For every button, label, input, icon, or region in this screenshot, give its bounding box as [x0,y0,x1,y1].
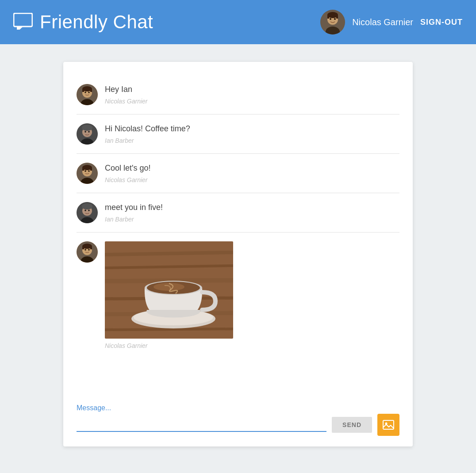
message-item: meet you in five! Ian Barber [77,193,399,233]
svg-point-36 [84,210,86,211]
svg-point-9 [334,18,336,20]
svg-rect-15 [90,89,92,92]
message-body: Hi Nicolas! Coffee time? Ian Barber [105,123,399,144]
main-wrapper: Hey Ian Nicolas Garnier [0,44,476,464]
svg-rect-42 [82,246,84,249]
svg-point-22 [84,131,86,133]
svg-point-16 [84,92,86,93]
svg-point-30 [84,170,86,172]
svg-point-57 [154,283,184,291]
app-header: Friendly Chat Nicolas Garnier SIGN-O [0,0,476,44]
avatar [77,202,98,223]
chat-container: Hey Ian Nicolas Garnier [63,62,413,446]
avatar [77,241,98,263]
svg-point-23 [88,131,90,133]
image-icon [382,419,395,431]
coffee-image [105,241,233,339]
svg-point-44 [84,249,86,251]
messages-list: Hey Ian Nicolas Garnier [63,62,413,400]
svg-rect-43 [90,246,92,249]
message-text: Hey Ian [105,84,399,95]
svg-point-45 [88,249,90,251]
message-item: Hey Ian Nicolas Garnier [77,75,399,114]
message-input-label: Message... [77,404,399,412]
svg-line-47 [105,252,233,255]
input-row: SEND [77,414,399,436]
sign-out-button[interactable]: SIGN-OUT [420,18,463,27]
svg-point-35 [82,203,92,210]
message-body: meet you in five! Ian Barber [105,202,399,223]
svg-point-31 [88,170,90,172]
svg-marker-1 [17,27,23,30]
svg-rect-14 [82,89,84,92]
svg-line-52 [105,329,233,330]
message-item: Cool let's go! Nicolas Garnier [77,154,399,193]
svg-rect-6 [327,15,329,19]
svg-rect-7 [336,15,338,19]
svg-rect-28 [82,168,84,171]
svg-point-17 [88,92,90,93]
message-author: Ian Barber [105,137,399,144]
message-author: Nicolas Garnier [105,98,399,105]
app-title: Friendly Chat [40,11,153,33]
svg-rect-0 [14,13,32,27]
message-text: Cool let's go! [105,163,399,174]
header-right: Nicolas Garnier SIGN-OUT [320,10,463,34]
avatar [77,163,98,184]
message-author: Ian Barber [105,216,399,223]
message-body: Cool let's go! Nicolas Garnier [105,163,399,183]
svg-point-37 [88,210,90,211]
send-button[interactable]: SEND [332,417,372,433]
message-text: Hi Nicolas! Coffee time? [105,123,399,134]
avatar [77,84,98,105]
header-left: Friendly Chat [13,11,153,33]
chat-icon [13,13,33,31]
image-upload-button[interactable] [377,414,399,436]
avatar [77,123,98,145]
header-user-name: Nicolas Garnier [352,17,413,27]
message-input[interactable] [77,418,326,432]
message-author: Nicolas Garnier [105,342,399,349]
input-area: Message... SEND [63,400,413,446]
message-body: Hey Ian Nicolas Garnier [105,84,399,105]
message-item: Nicolas Garnier [77,233,399,358]
message-text: meet you in five! [105,202,399,213]
svg-rect-58 [383,420,394,429]
message-item: Hi Nicolas! Coffee time? Ian Barber [77,114,399,154]
message-author: Nicolas Garnier [105,176,399,183]
svg-rect-29 [90,168,92,171]
svg-point-21 [82,125,92,131]
message-body: Nicolas Garnier [105,241,399,349]
svg-point-8 [330,18,331,20]
header-avatar [320,10,345,34]
